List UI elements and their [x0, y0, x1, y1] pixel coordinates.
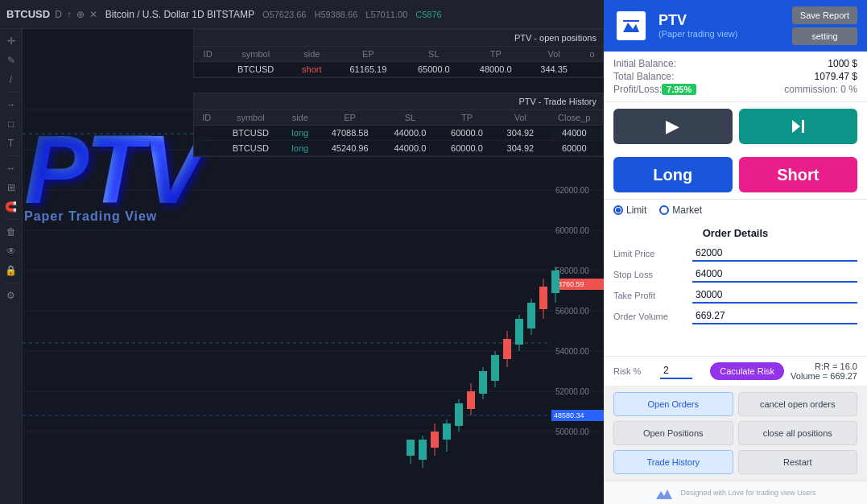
- toolbar-rect-btn[interactable]: □: [2, 115, 20, 133]
- order-details-section: Order Details Limit Price Stop Loss Take…: [604, 221, 867, 356]
- h-cell-side: long: [282, 141, 318, 156]
- market-label: Market: [672, 204, 702, 216]
- cell-other: [581, 62, 603, 77]
- svg-rect-29: [407, 440, 415, 456]
- h-col-side: side: [282, 110, 318, 126]
- play-button[interactable]: ▶: [613, 109, 733, 144]
- chart-area: BTCUSD D ↑ ⊕ ✕ Bitcoin / U.S. Dollar 1D …: [0, 0, 604, 504]
- table-row: BTCUSD short 61165.19 65000.0 48000.0 34…: [194, 62, 603, 77]
- h-cell-ep: 47088.58: [318, 126, 382, 141]
- svg-rect-31: [419, 440, 427, 460]
- toolbar-measure-btn[interactable]: ↔: [2, 159, 20, 177]
- risk-input[interactable]: [660, 363, 692, 379]
- toolbar-zoom-btn[interactable]: ⊞: [2, 179, 20, 196]
- toolbar-settings-btn[interactable]: ⚙: [2, 287, 20, 304]
- toolbar-line-btn[interactable]: /: [2, 71, 20, 89]
- market-radio[interactable]: Market: [659, 204, 702, 216]
- order-type-section: Limit Market: [604, 199, 867, 221]
- h-col-close: Close_p: [546, 110, 603, 126]
- toolbar-sep2: [4, 155, 19, 156]
- toolbar-sep1: [4, 92, 19, 93]
- col-id: ID: [194, 47, 221, 62]
- right-header: PTV (Paper trading view) Save Report set…: [604, 0, 867, 52]
- toolbar-lock-btn[interactable]: 🔒: [2, 262, 20, 279]
- commission-display: commission: 0 %: [784, 84, 857, 95]
- market-radio-dot: [659, 205, 669, 215]
- h-cell-close: 44000: [546, 126, 603, 141]
- svg-text:62000.00: 62000.00: [555, 186, 589, 195]
- toolbar-eye-btn[interactable]: 👁: [2, 242, 20, 260]
- ptv-header-title: PTV: [659, 13, 737, 29]
- col-ep: EP: [333, 47, 403, 62]
- limit-price-label: Limit Price: [613, 249, 686, 258]
- step-play-button[interactable]: [739, 109, 858, 144]
- history-header-row: ID symbol side EP SL TP Vol Close_p: [194, 110, 603, 126]
- cancel-orders-button[interactable]: cancel open orders: [738, 392, 858, 416]
- ptv-header-info: PTV (Paper trading view): [659, 13, 737, 39]
- svg-rect-56: [802, 120, 804, 133]
- limit-radio-dot: [613, 205, 623, 215]
- take-profit-input[interactable]: [692, 287, 857, 304]
- tradingview-icon: [620, 14, 642, 37]
- toolbar-magnet-btn[interactable]: 🧲: [2, 198, 20, 216]
- svg-text:48580.34: 48580.34: [554, 411, 584, 419]
- h-cell-symbol: BTCUSD: [219, 141, 282, 156]
- toolbar-icon-up[interactable]: ↑: [67, 9, 72, 20]
- long-button[interactable]: Long: [613, 157, 733, 192]
- setting-button[interactable]: setting: [792, 27, 857, 45]
- svg-rect-33: [431, 432, 439, 448]
- order-volume-input[interactable]: [692, 308, 857, 324]
- toolbar-cursor-btn[interactable]: ✛: [2, 32, 20, 50]
- bottom-buttons: Open Orders cancel open orders Open Posi…: [604, 386, 867, 481]
- toolbar-icon-circle[interactable]: ⊕: [76, 9, 85, 20]
- balance-section: Initial Balance: 1000 $ Total Balance: 1…: [604, 52, 867, 102]
- h-cell-sl: 44000.0: [382, 126, 439, 141]
- risk-section: Risk % Caculate Risk R:R = 16.0 Volume =…: [604, 356, 867, 386]
- toolbar-text-btn[interactable]: T: [2, 134, 20, 152]
- svg-rect-39: [467, 391, 475, 409]
- toolbar-pencil-btn[interactable]: ✎: [2, 52, 20, 69]
- trade-buttons: Long Short: [604, 151, 867, 199]
- trade-history-table: ID symbol side EP SL TP Vol Close_p BTCU…: [194, 110, 603, 156]
- h-cell-close: 60000: [546, 141, 603, 156]
- right-footer: Designed with Love for trading view User…: [604, 481, 867, 504]
- save-report-button[interactable]: Save Report: [792, 6, 857, 24]
- total-balance-value: 1079.47 $: [815, 71, 857, 82]
- svg-text:54000.00: 54000.00: [555, 347, 589, 356]
- profit-loss-badge: 7.95%: [662, 84, 696, 95]
- restart-button[interactable]: Restart: [738, 450, 858, 474]
- cell-side: short: [290, 62, 333, 77]
- trade-history-button[interactable]: Trade History: [613, 450, 733, 474]
- playback-section: ▶: [604, 102, 867, 151]
- short-button[interactable]: Short: [739, 157, 858, 192]
- table-header-row: ID symbol side EP SL TP Vol o: [194, 47, 603, 62]
- toolbar-sep4: [4, 283, 19, 283]
- svg-rect-53: [551, 271, 559, 293]
- close-positions-button[interactable]: close all positions: [738, 421, 858, 445]
- h-col-ep: EP: [318, 110, 382, 126]
- order-volume-field: Order Volume: [613, 308, 857, 324]
- open-orders-button[interactable]: Open Orders: [613, 392, 733, 416]
- svg-text:56000.00: 56000.00: [555, 307, 589, 316]
- limit-price-input[interactable]: [692, 246, 857, 262]
- order-details-title: Order Details: [613, 227, 857, 239]
- toolbar-icon-d[interactable]: D: [55, 9, 62, 20]
- take-profit-field: Take Profit: [613, 287, 857, 304]
- toolbar-trash-btn[interactable]: 🗑: [2, 223, 20, 241]
- open-positions-button[interactable]: Open Positions: [613, 421, 733, 445]
- cell-sl: 65000.0: [403, 62, 464, 77]
- table-row: BTCUSD long 47088.58 44000.0 60000.0 304…: [194, 126, 603, 141]
- stop-loss-input[interactable]: [692, 266, 857, 283]
- table-row: BTCUSD long 45240.96 44000.0 60000.0 304…: [194, 141, 603, 156]
- total-balance-row: Total Balance: 1079.47 $: [613, 71, 857, 82]
- rr-label: R:R =: [815, 361, 837, 371]
- toolbar-icon-x[interactable]: ✕: [89, 9, 97, 20]
- toolbar-arrow-btn[interactable]: →: [2, 96, 20, 114]
- svg-rect-37: [455, 403, 463, 426]
- limit-radio[interactable]: Limit: [613, 204, 646, 216]
- volume-display-value: 669.27: [830, 371, 857, 381]
- col-sl: SL: [403, 47, 464, 62]
- calc-risk-button[interactable]: Caculate Risk: [710, 362, 784, 380]
- chart-full-symbol: Bitcoin / U.S. Dollar 1D BITSTAMP: [105, 9, 254, 20]
- svg-rect-41: [479, 371, 487, 394]
